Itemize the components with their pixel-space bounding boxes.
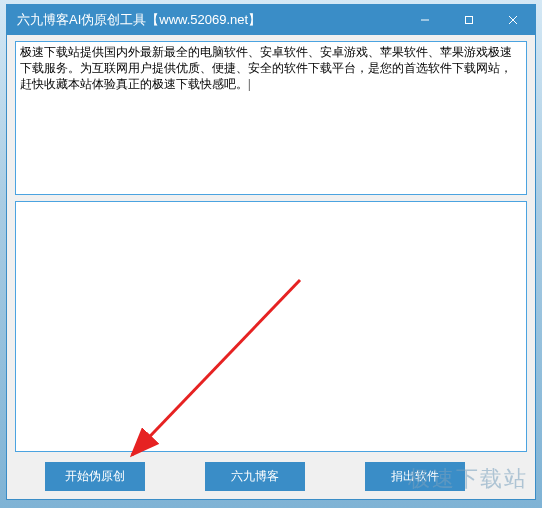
minimize-icon	[420, 15, 430, 25]
start-button[interactable]: 开始伪原创	[45, 462, 145, 491]
app-window: 六九博客AI伪原创工具【www.52069.net】 开始伪原创 六九博客 捐出…	[6, 4, 536, 500]
minimize-button[interactable]	[403, 5, 447, 35]
close-button[interactable]	[491, 5, 535, 35]
maximize-button[interactable]	[447, 5, 491, 35]
content-area: 开始伪原创 六九博客 捐出软件	[7, 35, 535, 499]
input-textarea[interactable]	[15, 41, 527, 195]
window-title: 六九博客AI伪原创工具【www.52069.net】	[17, 11, 403, 29]
window-controls	[403, 5, 535, 35]
maximize-icon	[464, 15, 474, 25]
titlebar: 六九博客AI伪原创工具【www.52069.net】	[7, 5, 535, 35]
close-icon	[508, 15, 518, 25]
donate-button[interactable]: 捐出软件	[365, 462, 465, 491]
svg-rect-1	[466, 17, 473, 24]
blog-button[interactable]: 六九博客	[205, 462, 305, 491]
output-textarea[interactable]	[15, 201, 527, 452]
button-row: 开始伪原创 六九博客 捐出软件	[15, 458, 527, 491]
